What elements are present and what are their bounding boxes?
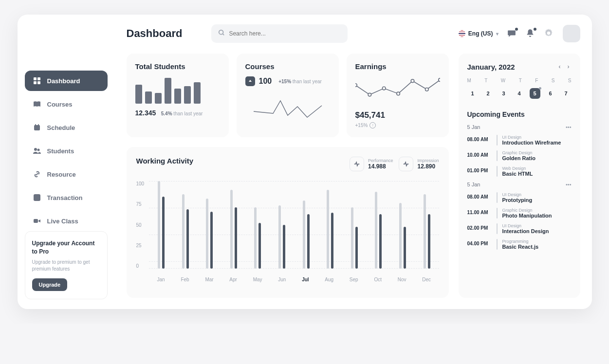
app-window: Dashboard Courses Schedule Students Reso… [18, 15, 592, 309]
event-item[interactable]: 08.00 AMUI DesignPrototyping [467, 192, 572, 203]
messages-button[interactable] [507, 29, 517, 38]
event-name: Basic React.js [502, 244, 572, 250]
nav-label: Courses [47, 101, 73, 108]
stat-card-earnings: Earnings $45,741 +15%↑ [347, 54, 449, 137]
event-item[interactable]: 02.00 PMUI DesignInteraction Design [467, 223, 572, 234]
event-category: Web Design [502, 166, 572, 171]
nav-label: Live Class [47, 218, 78, 225]
calendar-date[interactable]: 2 [483, 88, 494, 99]
event-day-header: 5 Jan••• [467, 124, 572, 130]
stat-card-courses: Courses 100 +15% than last year [237, 54, 339, 137]
nav-dashboard[interactable]: Dashboard [25, 71, 108, 91]
language-selector[interactable]: Eng (US) ▾ [459, 30, 498, 37]
event-item[interactable]: 10.00 AMGraphic DesignGolden Ratio [467, 150, 572, 161]
book-icon [33, 100, 41, 109]
events-title: Upcoming Events [467, 110, 572, 118]
month-label: May [253, 277, 262, 282]
bar-group [399, 181, 406, 269]
nav-schedule[interactable]: Schedule [25, 117, 108, 138]
upgrade-title: Upgrade your Account to Pro [32, 239, 100, 256]
notification-dot-icon [534, 28, 536, 31]
earnings-sparkline [355, 76, 440, 106]
nav-label: Transaction [47, 194, 83, 201]
content: Total Students 12.345 5.4% than last yea… [127, 54, 580, 298]
nav-transaction[interactable]: Transaction [25, 187, 108, 208]
event-item[interactable]: 08.00 AMUI DesignIntroduction Wireframe [467, 135, 572, 146]
card-title: Total Students [135, 62, 220, 71]
nav-label: Students [47, 147, 74, 155]
svg-rect-9 [34, 194, 40, 201]
month-label: Dec [422, 277, 431, 282]
calendar-date[interactable]: 1 [467, 88, 478, 99]
event-item[interactable]: 11.00 AMGraphic DesignPhoto Manipulation [467, 208, 572, 218]
cal-next-button[interactable]: › [566, 62, 572, 71]
link-icon [33, 170, 41, 179]
arrow-up-icon: ↑ [369, 122, 376, 128]
bar-group [327, 181, 333, 269]
event-name: Golden Ratio [502, 155, 572, 161]
bar-group [158, 181, 165, 269]
svg-point-17 [411, 79, 414, 83]
stats-row: Total Students 12.345 5.4% than last yea… [127, 54, 449, 137]
calendar-month: January, 2022 [467, 63, 515, 71]
event-category: Graphic Design [502, 208, 572, 213]
notifications-button[interactable] [526, 29, 535, 38]
upgrade-button[interactable]: Upgrade [32, 278, 68, 291]
month-label: Jul [302, 277, 309, 282]
nav-label: Schedule [47, 124, 75, 131]
chevron-down-icon: ▾ [496, 31, 498, 36]
svg-rect-1 [37, 77, 40, 80]
event-time: 11.00 AM [467, 208, 492, 215]
caret-up-icon [245, 76, 255, 86]
left-column: Total Students 12.345 5.4% than last yea… [127, 54, 449, 298]
courses-delta: +15% than last year [278, 79, 322, 84]
event-time: 08.00 AM [467, 192, 492, 200]
svg-rect-2 [34, 81, 37, 84]
bar-group [351, 181, 358, 269]
event-name: Introduction Wireframe [502, 140, 572, 146]
card-title: Earnings [355, 62, 440, 71]
bar-group [375, 181, 382, 269]
nav-resource[interactable]: Resource [25, 164, 108, 184]
language-label: Eng (US) [468, 30, 493, 37]
cal-prev-button[interactable]: ‹ [557, 62, 563, 71]
search-input[interactable] [229, 30, 341, 37]
event-time: 04.00 PM [467, 239, 492, 246]
calendar-date[interactable]: 6 [545, 88, 556, 99]
courses-sparkline [245, 92, 330, 121]
calendar-weekdays: MTWTFSS [467, 78, 572, 83]
earnings-value: $45,741 [355, 110, 440, 120]
nav-live-class[interactable]: Live Class [25, 211, 108, 231]
more-icon[interactable]: ••• [566, 124, 572, 130]
users-icon [33, 146, 41, 155]
calendar-date[interactable]: 3 [498, 88, 509, 99]
event-category: UI Design [502, 135, 572, 140]
students-mini-chart [135, 76, 220, 104]
nav-students[interactable]: Students [25, 141, 108, 161]
notification-dot-icon [515, 28, 518, 31]
event-item[interactable]: 04.00 PMProgrammingBasic React.js [467, 239, 572, 250]
settings-button[interactable] [544, 29, 554, 38]
avatar[interactable] [563, 25, 580, 42]
month-label: Mar [205, 277, 213, 282]
month-label: Feb [181, 277, 189, 282]
topbar: Dashboard Eng (US) ▾ [127, 24, 580, 43]
search-box[interactable] [211, 24, 348, 43]
bar-group [206, 181, 213, 269]
calendar-date[interactable]: 5 [530, 88, 540, 99]
calendar-date[interactable]: 7 [561, 88, 572, 99]
courses-value: 100 [259, 77, 272, 86]
metric-impression: Impression12.890 [399, 157, 439, 171]
event-name: Prototyping [502, 197, 572, 203]
more-icon[interactable]: ••• [566, 182, 572, 187]
event-category: Graphic Design [502, 150, 572, 155]
earnings-delta: +15%↑ [355, 122, 440, 128]
calendar-icon [33, 123, 41, 132]
nav-label: Resource [47, 171, 76, 178]
event-item[interactable]: 01.00 PMWeb DesignBasic HTML [467, 166, 572, 177]
bar-group [182, 181, 189, 269]
nav-courses[interactable]: Courses [25, 94, 108, 114]
activity-icon [350, 157, 364, 171]
calendar-date[interactable]: 4 [514, 88, 525, 99]
bar-group [230, 181, 237, 269]
